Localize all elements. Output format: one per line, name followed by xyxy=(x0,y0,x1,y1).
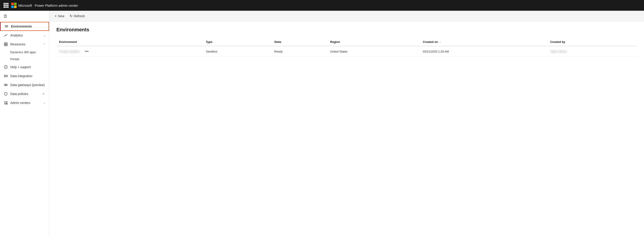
data-integration-icon xyxy=(4,74,8,78)
help-icon: ? xyxy=(4,65,8,69)
table-header-row: Environment Type State Region Created on… xyxy=(56,38,637,46)
plus-icon: + xyxy=(54,14,57,18)
svg-rect-10 xyxy=(6,75,8,77)
svg-rect-2 xyxy=(5,27,8,28)
svg-rect-9 xyxy=(4,75,5,77)
sidebar-item-data-gateways-label: Data gateways (preview) xyxy=(10,83,46,87)
cell-type: Sandbox xyxy=(203,46,272,57)
analytics-icon xyxy=(4,33,8,37)
page-title: Environments xyxy=(56,27,637,33)
sort-asc-icon: ↓ xyxy=(440,41,441,43)
svg-rect-3 xyxy=(4,43,6,44)
new-button[interactable]: + New xyxy=(54,13,64,19)
sidebar-item-help-support[interactable]: ? Help + support xyxy=(0,63,49,72)
svg-text:?: ? xyxy=(5,66,6,68)
sidebar-item-dynamics365apps[interactable]: Dynamics 365 apps xyxy=(0,49,49,56)
row-menu-button[interactable]: ••• xyxy=(84,49,90,54)
data-policies-icon xyxy=(4,92,8,96)
app-name: Power Platform admin center xyxy=(35,3,78,7)
svg-text:A: A xyxy=(6,103,8,105)
resources-chevron-up-icon: ⌃ xyxy=(44,43,46,46)
created-by-blurred: Taylor Morris xyxy=(550,50,567,53)
resources-icon xyxy=(4,42,8,46)
sidebar-item-resources[interactable]: Resources ⌃ xyxy=(0,40,49,49)
environment-name-blurred: Private sandbox xyxy=(59,50,80,53)
ms-logo-icon xyxy=(11,3,16,8)
sidebar-item-data-gateways[interactable]: Data gateways (preview) xyxy=(0,80,49,89)
sidebar-item-analytics-label: Analytics xyxy=(10,33,41,37)
page-content: Environments Environment Type State Regi… xyxy=(49,21,644,236)
cell-created-on: 03/21/2020 1:28 AM xyxy=(420,46,548,57)
col-header-environment[interactable]: Environment xyxy=(56,38,203,46)
svg-rect-17 xyxy=(4,103,6,104)
refresh-button[interactable]: ↻ Refresh xyxy=(70,13,85,19)
svg-rect-0 xyxy=(5,25,8,26)
admin-centers-icon: A xyxy=(4,101,8,105)
sidebar-item-analytics[interactable]: Analytics ⌄ xyxy=(0,31,49,40)
sidebar-toggle[interactable]: ☰ xyxy=(0,11,49,22)
topbar: Microsoft Power Platform admin center xyxy=(0,0,644,11)
toolbar: + New ↻ Refresh xyxy=(49,11,644,21)
layers-icon xyxy=(4,24,9,29)
main-layout: ☰ Environments Analytics ⌄ xyxy=(0,11,644,236)
content-area: + New ↻ Refresh Environments Environment… xyxy=(49,11,644,236)
analytics-chevron-down-icon: ⌄ xyxy=(44,34,46,37)
sidebar-item-data-policies[interactable]: Data policies ↗ xyxy=(0,89,49,98)
cell-created-by: Taylor Morris xyxy=(548,46,637,57)
col-header-type[interactable]: Type xyxy=(203,38,272,46)
microsoft-logo: Microsoft xyxy=(11,3,32,8)
col-header-created-by[interactable]: Created by xyxy=(548,38,637,46)
sidebar-item-resources-label: Resources xyxy=(10,42,41,46)
sidebar-item-environments[interactable]: Environments xyxy=(0,22,49,31)
sidebar-item-portals[interactable]: Portals xyxy=(0,56,49,63)
cell-environment: Private sandbox ••• xyxy=(56,46,203,57)
sidebar: ☰ Environments Analytics ⌄ xyxy=(0,11,49,236)
admin-centers-chevron-down-icon: ⌄ xyxy=(44,102,46,104)
environments-table: Environment Type State Region Created on… xyxy=(56,38,637,57)
microsoft-label: Microsoft xyxy=(18,3,32,7)
new-label: New xyxy=(58,14,64,18)
svg-rect-16 xyxy=(6,101,8,103)
sidebar-item-admin-centers[interactable]: A Admin centers ⌄ xyxy=(0,98,49,107)
svg-rect-1 xyxy=(5,26,8,27)
svg-rect-6 xyxy=(6,44,8,46)
table-row: Private sandbox ••• Sandbox Ready United… xyxy=(56,46,637,57)
portals-label: Portals xyxy=(10,57,19,61)
sidebar-item-data-policies-label: Data policies xyxy=(10,92,39,96)
sidebar-item-environments-label: Environments xyxy=(11,25,46,28)
col-header-created-on[interactable]: Created on ↓ xyxy=(420,38,548,46)
cell-state: Ready xyxy=(272,46,328,57)
cell-region: United States xyxy=(328,46,420,57)
waffle-icon[interactable] xyxy=(4,3,8,8)
sidebar-item-data-integration-label: Data integration xyxy=(10,74,46,78)
svg-rect-15 xyxy=(4,101,6,103)
refresh-icon: ↻ xyxy=(70,14,72,18)
data-gateways-icon xyxy=(4,83,8,87)
col-header-region[interactable]: Region xyxy=(328,38,420,46)
external-link-icon: ↗ xyxy=(41,92,46,96)
svg-rect-5 xyxy=(4,44,6,46)
sidebar-item-admin-centers-label: Admin centers xyxy=(10,101,41,105)
dynamics365apps-label: Dynamics 365 apps xyxy=(10,50,36,54)
col-header-state[interactable]: State xyxy=(272,38,328,46)
refresh-label: Refresh xyxy=(74,14,85,18)
svg-rect-4 xyxy=(6,43,8,44)
sidebar-item-data-integration[interactable]: Data integration xyxy=(0,72,49,80)
sidebar-item-help-support-label: Help + support xyxy=(10,65,46,69)
